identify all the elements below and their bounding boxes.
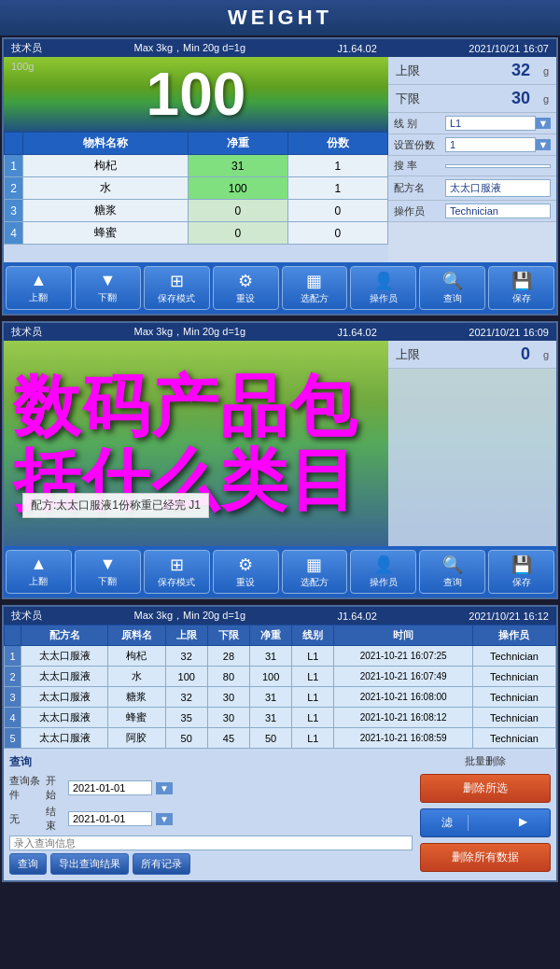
toolbar-icon: 💾 <box>511 271 532 291</box>
query-bottom: 查询 导出查询结果 所有记录 <box>9 853 413 875</box>
servings-value: 1 <box>445 137 536 152</box>
panel1-datetime: 2021/10/21 16:07 <box>469 43 549 54</box>
toolbar-btn-选配方[interactable]: ▦ 选配方 <box>282 266 348 310</box>
material-name: 蜂蜜 <box>23 222 189 245</box>
toolbar-btn-选配方[interactable]: ▦ 选配方 <box>282 550 348 594</box>
toolbar-btn-查询[interactable]: 🔍 查询 <box>419 266 485 310</box>
toolbar-icon: 👤 <box>373 271 394 291</box>
toolbar-btn-保存模式[interactable]: ⊞ 保存模式 <box>144 266 210 310</box>
lower-limit: 30 <box>207 708 249 728</box>
filter-row: 滤 ▶ <box>420 808 551 837</box>
delete-all-btn[interactable]: 删除所有数据 <box>420 843 551 872</box>
toolbar-btn-保存[interactable]: 💾 保存 <box>488 550 554 594</box>
line: L1 <box>292 708 334 728</box>
line: L1 <box>292 728 334 749</box>
panel3-version: J1.64.02 <box>338 611 377 622</box>
panel-3: 技术员 Max 3kg，Min 20g d=1g J1.64.02 2021/1… <box>2 605 558 882</box>
query-input-row <box>9 836 413 850</box>
p3-col-formula: 配方名 <box>21 625 108 646</box>
toolbar-btn-查询[interactable]: 🔍 查询 <box>419 550 485 594</box>
app-title: WEIGHT <box>0 0 560 35</box>
toolbar-icon: 💾 <box>511 555 532 575</box>
export-button[interactable]: 导出查询结果 <box>50 853 129 875</box>
start-date-btn[interactable]: ▼ <box>156 782 173 794</box>
panel3-user: 技术员 <box>11 609 42 623</box>
upper-limit-value: 32 <box>424 61 530 80</box>
toolbar-icon: ▲ <box>31 271 48 290</box>
rate-label: 搜 率 <box>394 159 445 173</box>
all-records-button[interactable]: 所有记录 <box>133 853 190 875</box>
right-arrow[interactable]: ▶ <box>507 815 540 831</box>
toolbar-label: 保存 <box>512 576 531 589</box>
toolbar-btn-重设[interactable]: ⚙ 重设 <box>213 266 279 310</box>
lower-limit: 45 <box>207 728 249 749</box>
start-date-input[interactable] <box>68 780 152 795</box>
formula-label: 配方名 <box>394 181 445 195</box>
toolbar-icon: ▦ <box>306 555 322 575</box>
line-label: 线 别 <box>394 117 445 131</box>
toolbar-btn-上翻[interactable]: ▲ 上翻 <box>6 266 72 310</box>
toolbar-btn-下翻[interactable]: ▼ 下翻 <box>75 266 141 310</box>
toolbar-btn-下翻[interactable]: ▼ 下翻 <box>75 550 141 594</box>
toolbar-label: 保存 <box>512 292 531 305</box>
material-count: 1 <box>287 155 387 177</box>
query-condition-row: 查询条件 开 始 ▼ <box>9 774 413 802</box>
time: 2021-10-21 16:07:49 <box>334 667 473 687</box>
panel2-infobar: 技术员 Max 3kg，Min 20g d=1g J1.64.02 2021/1… <box>4 323 556 341</box>
p3-col-num <box>5 625 21 646</box>
end-date-btn[interactable]: ▼ <box>156 813 173 825</box>
net-weight: 100 <box>250 667 292 687</box>
material-name: 枸杞 <box>23 155 189 177</box>
lower-limit: 30 <box>207 687 249 708</box>
line-value: L1 <box>445 116 536 131</box>
material-count: 1 <box>287 177 387 200</box>
line-dropdown[interactable]: ▼ <box>536 118 551 129</box>
table-row: 4 太太口服液 蜂蜜 35 30 31 L1 2021-10-21 16:08:… <box>5 708 556 728</box>
servings-dropdown[interactable]: ▼ <box>536 139 551 150</box>
toolbar-btn-保存模式[interactable]: ⊞ 保存模式 <box>144 550 210 594</box>
row-num: 4 <box>5 222 23 245</box>
panel1-left: 100g 100 物料名称 净重 份数 1 枸杞 <box>4 57 388 262</box>
col-weight: 净重 <box>188 133 287 155</box>
time: 2021-10-21 16:08:59 <box>334 728 473 749</box>
material-name: 蜂蜜 <box>108 708 165 728</box>
toolbar-btn-重设[interactable]: ⚙ 重设 <box>213 550 279 594</box>
panel3-table-container: 配方名 原料名 上限 下限 净重 线别 时间 操作员 1 太太口服液 枸杞 32… <box>4 625 556 749</box>
end-date-input[interactable] <box>68 811 152 826</box>
toolbar-btn-操作员[interactable]: 👤 操作员 <box>350 550 416 594</box>
material-weight: 31 <box>188 155 287 177</box>
toolbar-icon: ⚙ <box>238 555 253 575</box>
toolbar-label: 查询 <box>443 576 462 589</box>
rate-value <box>445 164 551 168</box>
query-end-row: 无 结 束 ▼ <box>9 805 413 833</box>
toolbar-label: 选配方 <box>301 576 329 589</box>
toolbar-label: 上翻 <box>29 291 48 304</box>
row-num: 5 <box>5 728 21 749</box>
p3-col-operator: 操作员 <box>472 625 555 646</box>
formula-name: 太太口服液 <box>21 687 108 708</box>
delete-selected-btn[interactable]: 删除所选 <box>420 774 551 803</box>
col-count: 份数 <box>287 133 387 155</box>
panel1-toolbar: ▲ 上翻 ▼ 下翻 ⊞ 保存模式 ⚙ 重设 ▦ 选配方 👤 操作员 🔍 查询 💾… <box>4 262 556 314</box>
time: 2021-10-21 16:07:25 <box>334 646 473 667</box>
table-row: 1 太太口服液 枸杞 32 28 31 L1 2021-10-21 16:07:… <box>5 646 556 667</box>
query-button[interactable]: 查询 <box>9 853 47 875</box>
formula-value: 太太口服液 <box>445 179 551 197</box>
start-label: 开 始 <box>46 774 64 802</box>
query-condition-input[interactable] <box>9 836 413 850</box>
upper-limit: 32 <box>165 646 207 667</box>
toolbar-btn-操作员[interactable]: 👤 操作员 <box>350 266 416 310</box>
material-name: 水 <box>108 667 165 687</box>
panel2-version: J1.64.02 <box>338 327 377 338</box>
toolbar-btn-保存[interactable]: 💾 保存 <box>488 266 554 310</box>
query-title: 查询 <box>9 754 413 770</box>
toolbar-btn-上翻[interactable]: ▲ 上翻 <box>6 550 72 594</box>
lower-limit-value: 30 <box>424 89 530 108</box>
toolbar-label: 上翻 <box>29 575 48 588</box>
table-area: 物料名称 净重 份数 1 枸杞 31 1 2 水 100 1 3 糖浆 0 0 <box>4 132 388 262</box>
servings-label: 设置份数 <box>394 138 445 152</box>
toolbar-label: 下翻 <box>98 291 117 304</box>
query-right: 批量删除 删除所选 滤 ▶ 删除所有数据 <box>420 754 551 875</box>
row-num: 1 <box>5 155 23 177</box>
panel1-right: 上限 32 g 下限 30 g 线 别 L1 ▼ 设置份数 1 ▼ 搜 率 <box>388 57 556 262</box>
